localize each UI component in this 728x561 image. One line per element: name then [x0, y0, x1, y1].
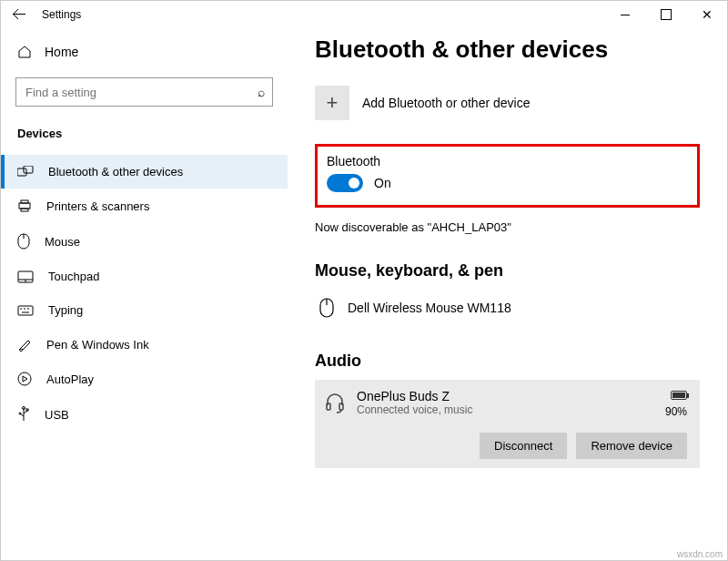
device-mouse-name: Dell Wireless Mouse WM118: [348, 301, 511, 315]
sidebar: Home ⌕ Devices Bluetooth & other devices…: [1, 28, 288, 560]
headset-icon: [324, 393, 346, 414]
category-audio-title: Audio: [315, 352, 700, 371]
nav-usb[interactable]: USB: [1, 396, 288, 433]
titlebar: 🡠 Settings ✕: [1, 1, 727, 28]
plus-icon: +: [315, 86, 349, 120]
home-label: Home: [45, 45, 78, 59]
battery-status: 90%: [665, 389, 687, 418]
search-input[interactable]: [16, 86, 258, 99]
printer-icon: [17, 199, 32, 213]
nav-label: AutoPlay: [46, 372, 94, 386]
nav-touchpad[interactable]: Touchpad: [1, 260, 288, 293]
usb-icon: [17, 406, 30, 423]
search-box[interactable]: ⌕: [15, 77, 273, 107]
audio-actions: Disconnect Remove device: [324, 433, 687, 459]
bluetooth-highlight: Bluetooth On: [315, 144, 700, 208]
svg-rect-18: [26, 409, 28, 411]
audio-top-row: OnePlus Buds Z Connected voice, music 90…: [324, 389, 687, 418]
keyboard-icon: [17, 305, 34, 316]
window-controls: ✕: [604, 1, 727, 28]
svg-rect-1: [24, 166, 33, 173]
remove-device-button[interactable]: Remove device: [576, 433, 687, 459]
audio-device-status: Connected voice, music: [357, 403, 472, 416]
close-button[interactable]: ✕: [686, 1, 727, 28]
nav-label: Typing: [48, 303, 83, 317]
body: Home ⌕ Devices Bluetooth & other devices…: [1, 28, 727, 560]
maximize-button[interactable]: [645, 1, 686, 28]
touchpad-icon: [17, 270, 34, 283]
mouse-device-icon: [318, 297, 335, 319]
autoplay-icon: [17, 372, 32, 386]
disconnect-button[interactable]: Disconnect: [480, 433, 567, 459]
nav-bluetooth-devices[interactable]: Bluetooth & other devices: [1, 155, 288, 189]
page-title: Bluetooth & other devices: [315, 36, 700, 64]
section-label: Devices: [1, 127, 288, 140]
svg-rect-10: [18, 306, 33, 315]
window-title: Settings: [42, 8, 81, 21]
svg-rect-22: [327, 403, 330, 410]
nav-mouse[interactable]: Mouse: [1, 223, 288, 260]
nav-label: Printers & scanners: [46, 199, 149, 213]
add-device-label: Add Bluetooth or other device: [362, 96, 530, 110]
svg-rect-0: [17, 168, 26, 176]
device-mouse-row[interactable]: Dell Wireless Mouse WM118: [315, 290, 700, 326]
content-area: Bluetooth & other devices + Add Bluetoot…: [288, 28, 727, 560]
nav-printers[interactable]: Printers & scanners: [1, 189, 288, 223]
audio-device-card[interactable]: OnePlus Buds Z Connected voice, music 90…: [315, 380, 700, 468]
bluetooth-state: On: [374, 176, 391, 190]
discoverable-text: Now discoverable as "AHCH_LAP03": [315, 220, 700, 234]
settings-window: 🡠 Settings ✕ Home ⌕ Devices Bluetooth &: [0, 0, 728, 561]
home-icon: [17, 45, 32, 59]
nav-typing[interactable]: Typing: [1, 293, 288, 327]
watermark: wsxdn.com: [677, 549, 723, 559]
nav-label: Touchpad: [48, 270, 99, 283]
category-mouse-title: Mouse, keyboard, & pen: [315, 261, 700, 280]
nav-label: Pen & Windows Ink: [46, 338, 149, 352]
nav-pen[interactable]: Pen & Windows Ink: [1, 327, 288, 362]
pen-icon: [17, 337, 32, 352]
bluetooth-devices-icon: [17, 166, 34, 178]
svg-rect-3: [21, 200, 28, 203]
nav-label: Bluetooth & other devices: [48, 165, 183, 178]
svg-rect-4: [21, 209, 28, 211]
back-button[interactable]: 🡠: [1, 6, 37, 23]
nav-label: USB: [45, 408, 69, 422]
battery-percent: 90%: [665, 405, 687, 418]
svg-rect-2: [19, 203, 30, 209]
audio-text: OnePlus Buds Z Connected voice, music: [357, 389, 472, 416]
bluetooth-toggle-row: On: [327, 174, 688, 192]
search-icon: ⌕: [258, 85, 272, 99]
search-row: ⌕: [1, 77, 288, 107]
minimize-button[interactable]: [604, 1, 645, 28]
bluetooth-label: Bluetooth: [327, 154, 688, 168]
audio-device-name: OnePlus Buds Z: [357, 389, 472, 403]
mouse-icon: [17, 233, 30, 250]
nav-label: Mouse: [45, 235, 80, 249]
bluetooth-toggle[interactable]: [327, 174, 363, 192]
nav-autoplay[interactable]: AutoPlay: [1, 362, 288, 396]
svg-point-15: [18, 372, 31, 385]
battery-icon: [671, 391, 687, 400]
home-nav[interactable]: Home: [1, 37, 288, 66]
add-device-button[interactable]: + Add Bluetooth or other device: [315, 86, 700, 120]
svg-rect-23: [339, 403, 343, 410]
